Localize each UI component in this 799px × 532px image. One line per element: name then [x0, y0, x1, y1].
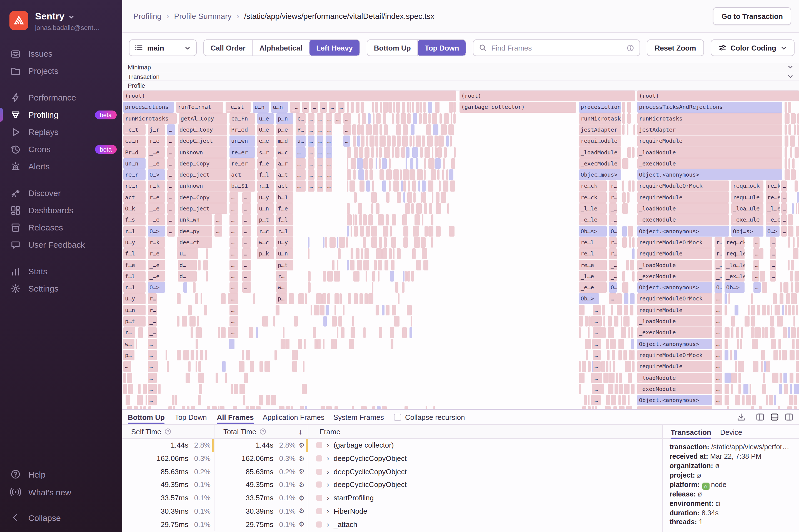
flame-frame[interactable]: [279, 406, 284, 410]
flame-frame[interactable]: [603, 316, 605, 327]
flame-frame[interactable]: [250, 406, 255, 410]
flame-frame[interactable]: [759, 406, 762, 410]
flame-frame[interactable]: [123, 372, 126, 383]
flame-frame[interactable]: [315, 339, 316, 349]
flame-frame[interactable]: [788, 237, 790, 248]
flame-frame[interactable]: …: [609, 293, 617, 304]
flame-frame[interactable]: act: [276, 181, 293, 192]
flame-frame[interactable]: [311, 305, 312, 316]
tab-application-frames[interactable]: Application Frames: [262, 410, 324, 424]
flame-frame[interactable]: [412, 102, 414, 113]
flame-frame[interactable]: jestAdapter: [579, 125, 621, 135]
flame-frame[interactable]: [424, 226, 428, 236]
flame-frame[interactable]: r…: [148, 305, 157, 316]
flame-frame[interactable]: [240, 384, 245, 395]
flame-frame[interactable]: [323, 237, 324, 248]
flame-frame[interactable]: [771, 305, 773, 316]
flame-frame[interactable]: [422, 248, 428, 259]
chevron-right-icon[interactable]: ›: [327, 507, 329, 515]
flame-frame[interactable]: [444, 113, 449, 124]
flame-frame[interactable]: …: [326, 125, 332, 135]
tab-all-frames[interactable]: All Frames: [217, 410, 254, 424]
flame-frame[interactable]: [313, 327, 316, 338]
flame-frame[interactable]: requireModule: [637, 361, 712, 372]
flame-frame[interactable]: [286, 339, 290, 349]
flame-frame[interactable]: [375, 305, 379, 316]
gear-icon[interactable]: ⚙: [296, 507, 308, 515]
flame-frame[interactable]: u…n: [253, 102, 269, 113]
flame-frame[interactable]: [797, 113, 799, 124]
flame-frame[interactable]: [751, 293, 753, 304]
flame-frame[interactable]: [332, 260, 334, 270]
profile-section-header[interactable]: Profile: [122, 81, 799, 91]
flame-frame[interactable]: …: [343, 136, 350, 147]
flame-frame[interactable]: [379, 237, 382, 248]
flame-frame[interactable]: [342, 305, 344, 316]
flame-frame[interactable]: …: [308, 136, 315, 147]
flame-frame[interactable]: [794, 316, 795, 327]
flame-frame[interactable]: [350, 260, 354, 270]
flame-frame[interactable]: [364, 248, 369, 259]
flame-frame[interactable]: requireModuleOrMock: [637, 293, 712, 304]
flame-frame[interactable]: [242, 350, 244, 361]
flame-frame[interactable]: [358, 169, 364, 180]
table-row[interactable]: 85.63ms0.2%85.63ms0.2%⚙›deepCyclicCopyOb…: [122, 465, 662, 478]
flame-frame[interactable]: [397, 192, 401, 203]
flame-frame[interactable]: [410, 158, 413, 169]
flame-frame[interactable]: [426, 406, 427, 410]
go-to-transaction-button[interactable]: Go to Transaction: [713, 7, 791, 25]
flame-frame[interactable]: [793, 237, 795, 248]
flame-frame[interactable]: [622, 102, 625, 113]
flame-frame[interactable]: [777, 316, 783, 327]
flame-frame[interactable]: _l…e: [766, 203, 780, 214]
flame-frame[interactable]: [422, 192, 426, 203]
flame-frame[interactable]: [788, 125, 792, 135]
flame-frame[interactable]: …: [167, 203, 175, 214]
flame-frame[interactable]: [731, 327, 734, 338]
flame-frame[interactable]: [372, 406, 375, 410]
flame-frame[interactable]: [379, 169, 384, 180]
flame-frame[interactable]: [352, 406, 354, 410]
flame-frame[interactable]: w…c: [257, 237, 274, 248]
flame-frame[interactable]: re…l: [579, 237, 607, 248]
flame-frame[interactable]: [579, 372, 584, 383]
flame-frame[interactable]: proces…ctions: [123, 102, 174, 113]
flame-frame[interactable]: [785, 305, 787, 316]
flame-frame[interactable]: [391, 260, 394, 270]
flame-frame[interactable]: [752, 361, 758, 372]
flame-frame[interactable]: …: [593, 316, 601, 327]
flame-frame[interactable]: [763, 372, 765, 383]
flame-frame[interactable]: [446, 136, 449, 147]
flame-frame[interactable]: [428, 226, 433, 236]
flame-frame[interactable]: f…e: [123, 260, 146, 270]
flame-frame[interactable]: …: [770, 237, 776, 248]
flame-frame[interactable]: [618, 339, 624, 349]
flame-frame[interactable]: u…y: [123, 237, 146, 248]
flame-frame[interactable]: [203, 260, 208, 270]
flame-frame[interactable]: r…k: [148, 237, 165, 248]
flame-frame[interactable]: [337, 260, 339, 270]
flame-frame[interactable]: …: [167, 226, 175, 236]
flame-frame[interactable]: [364, 327, 365, 338]
flame-frame[interactable]: _l…le: [579, 203, 607, 214]
flame-frame[interactable]: [618, 395, 621, 406]
flame-frame[interactable]: [382, 248, 387, 259]
flame-frame[interactable]: [795, 282, 799, 293]
frame-cell[interactable]: ›deepCyclicCopyObject: [309, 465, 662, 478]
flame-frame[interactable]: [334, 406, 338, 410]
flame-frame[interactable]: [727, 406, 729, 410]
flame-frame[interactable]: w…c: [276, 147, 293, 158]
flame-frame[interactable]: [631, 384, 634, 395]
flame-frame[interactable]: [347, 147, 351, 158]
flame-frame[interactable]: [781, 350, 787, 361]
flame-frame[interactable]: [374, 260, 377, 270]
flame-frame[interactable]: [796, 372, 799, 383]
flame-frame[interactable]: [382, 158, 387, 169]
flame-frame[interactable]: [198, 260, 201, 270]
flame-frame[interactable]: [411, 125, 415, 135]
chevron-right-icon[interactable]: ›: [327, 441, 329, 450]
flame-frame[interactable]: …: [229, 237, 238, 248]
frame-cell[interactable]: ›_attach: [309, 517, 662, 531]
flame-frame[interactable]: [725, 293, 727, 304]
flame-frame[interactable]: [364, 293, 368, 304]
